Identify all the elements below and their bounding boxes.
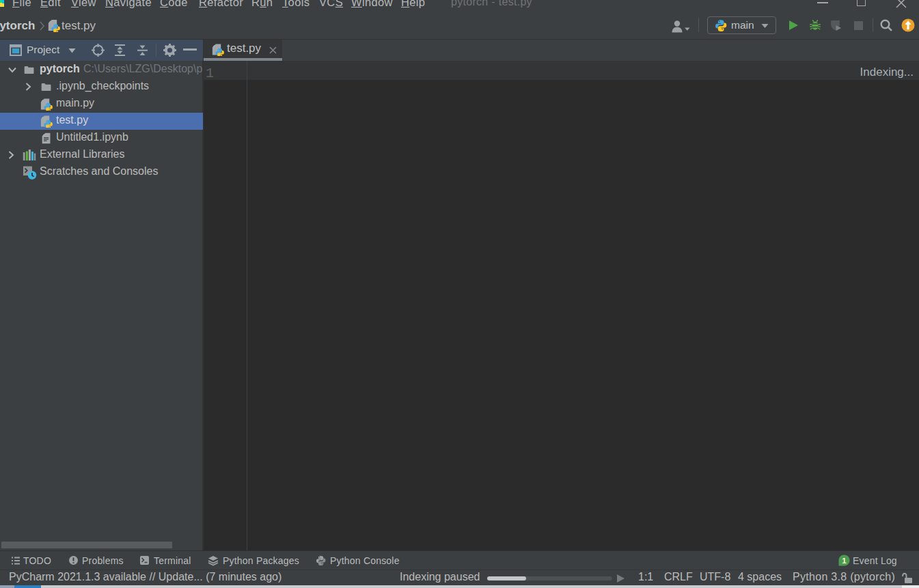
- svg-text:1: 1: [842, 557, 847, 565]
